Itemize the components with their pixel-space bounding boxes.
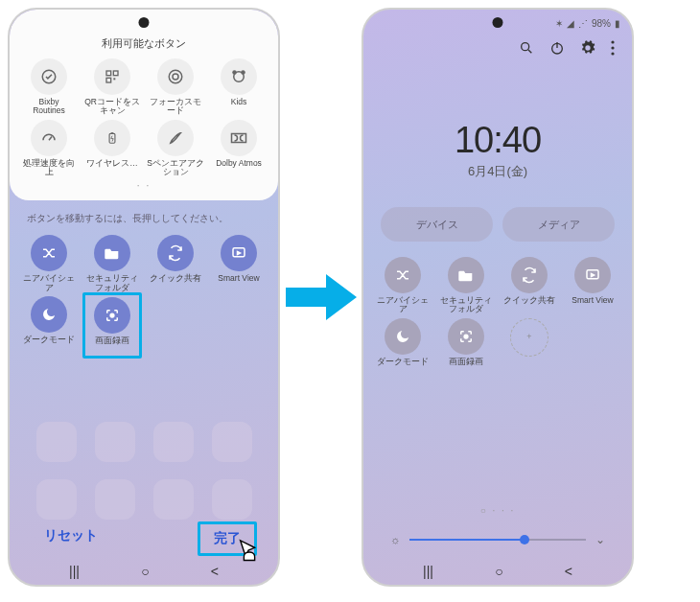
moon-icon (31, 296, 67, 333)
check-icon (31, 58, 67, 95)
qt-dolby[interactable]: Dolby Atmos (209, 120, 268, 177)
phone-left: 利用可能なボタン BixbyRoutines QRコードをスキャン フォーカスモ… (8, 8, 280, 587)
svg-line-10 (49, 136, 52, 140)
power-icon[interactable] (549, 40, 565, 59)
tg-dark-mode[interactable]: ダークモード (373, 318, 432, 377)
folder-icon (94, 235, 130, 271)
svg-line-17 (528, 50, 531, 53)
qt-label: Sペンエアアクション (146, 159, 205, 177)
system-nav-bar: ||| ○ < (363, 564, 632, 579)
tg-secure-folder[interactable]: セキュリティフォルダ (82, 235, 142, 292)
hint-text: ボタンを移動するには、長押ししてください。 (27, 212, 278, 225)
qt-wireless[interactable]: ワイヤレス… (82, 120, 142, 177)
reset-button[interactable]: リセット (31, 521, 111, 556)
svg-point-20 (611, 40, 614, 43)
recents-button[interactable]: ||| (69, 564, 80, 579)
tg-secure-folder[interactable]: セキュリティフォルダ (436, 257, 496, 314)
folder-icon (448, 257, 484, 293)
qt-label: QRコードをスキャン (82, 98, 142, 116)
tg-add-button[interactable]: + (500, 318, 559, 377)
shuffle-icon (31, 235, 67, 271)
clock-time: 10:40 (363, 120, 632, 161)
record-icon (94, 297, 130, 334)
tg-smart-view[interactable]: Smart View (563, 257, 622, 314)
tg-screen-record[interactable]: 画面録画 (436, 318, 496, 377)
tg-label: 画面録画 (95, 336, 129, 354)
done-button[interactable]: 完了 (198, 521, 257, 556)
qt-label: フォーカスモード (146, 98, 205, 116)
qt-spen[interactable]: Sペンエアアクション (146, 120, 205, 177)
brightness-slider[interactable]: ☼ ⌄ (390, 533, 605, 546)
svg-point-15 (110, 313, 114, 317)
pill-devices[interactable]: デバイス (381, 207, 493, 242)
system-nav-bar: ||| ○ < (10, 564, 278, 579)
pill-media[interactable]: メディア (502, 207, 615, 242)
svg-point-5 (169, 70, 182, 83)
panel-title: 利用可能なボタン (19, 36, 268, 51)
home-button[interactable]: ○ (495, 564, 502, 579)
plus-icon: + (510, 318, 548, 357)
quick-panel-toolbar (519, 40, 615, 59)
camera-hole (493, 17, 503, 28)
tg-quick-share[interactable]: クイック共有 (146, 235, 205, 292)
qt-speed[interactable]: 処理速度を向上 (19, 120, 79, 177)
tg-smart-view[interactable]: Smart View (209, 235, 268, 292)
screen-record-highlight: 画面録画 (82, 292, 142, 359)
available-buttons-panel: 利用可能なボタン BixbyRoutines QRコードをスキャン フォーカスモ… (10, 10, 278, 200)
wifi-icon: ⋰ (578, 18, 588, 29)
qt-label: BixbyRoutines (33, 98, 65, 116)
tg-label: 画面録画 (449, 358, 483, 375)
qt-label: 処理速度を向上 (19, 159, 79, 177)
tg-label: セキュリティフォルダ (436, 296, 496, 314)
kids-icon (221, 58, 257, 95)
tg-label: ダークモード (23, 336, 75, 353)
search-icon[interactable] (519, 40, 534, 59)
tg-label: Smart View (572, 296, 613, 313)
pen-icon (157, 120, 194, 156)
sun-icon: ☼ (390, 534, 400, 545)
tg-nearby-share[interactable]: ニアバイシェア (19, 235, 79, 292)
bluetooth-icon: ✶ (555, 18, 563, 29)
svg-point-24 (464, 335, 468, 338)
slider-track (409, 539, 586, 541)
smartview-icon (574, 257, 611, 293)
recents-button[interactable]: ||| (423, 564, 433, 579)
more-icon[interactable] (611, 40, 615, 59)
back-button[interactable]: < (211, 564, 219, 579)
svg-point-22 (611, 52, 614, 55)
home-button[interactable]: ○ (141, 564, 149, 579)
gear-icon[interactable] (580, 40, 595, 59)
svg-rect-3 (106, 78, 111, 82)
tg-label: クイック共有 (150, 274, 201, 291)
qt-label: Dolby Atmos (216, 159, 262, 176)
tg-label: セキュリティフォルダ (82, 274, 142, 292)
tg-quick-share[interactable]: クイック共有 (500, 257, 559, 314)
back-button[interactable]: < (565, 564, 572, 579)
target-icon (157, 58, 194, 95)
tg-label: ニアバイシェア (19, 274, 79, 292)
qt-bixby-routines[interactable]: BixbyRoutines (19, 58, 79, 116)
qt-kids[interactable]: Kids (209, 58, 268, 116)
active-toggles-grid: ニアバイシェア セキュリティフォルダ クイック共有 Smart View ダーク… (10, 235, 278, 359)
qr-icon (94, 58, 130, 95)
clock-block: 10:40 6月4日(金) (363, 120, 632, 180)
qt-focus-mode[interactable]: フォーカスモード (146, 58, 205, 116)
expand-icon[interactable]: ⌄ (595, 533, 605, 546)
smartview-icon (221, 235, 257, 271)
phone-right: ✶ ◢ ⋰ 98% ▮ 10:40 6月4日(金) デバイス メディア ニアバイ… (362, 8, 634, 587)
tg-label: ダークモード (377, 358, 429, 375)
sync-icon (511, 257, 548, 293)
tg-nearby-share[interactable]: ニアバイシェア (373, 257, 432, 314)
svg-point-8 (232, 70, 237, 75)
qt-qr-scan[interactable]: QRコードをスキャン (82, 58, 142, 116)
slider-thumb[interactable] (520, 535, 529, 544)
tg-screen-record[interactable]: 画面録画 (87, 297, 137, 354)
record-icon (448, 318, 484, 355)
svg-rect-12 (111, 132, 113, 133)
camera-hole (139, 17, 150, 28)
tg-dark-mode[interactable]: ダークモード (19, 296, 79, 359)
device-media-pills: デバイス メディア (381, 207, 615, 242)
blurred-apps-row-1 (10, 422, 278, 462)
transition-arrow (280, 270, 362, 324)
svg-point-9 (241, 70, 245, 75)
